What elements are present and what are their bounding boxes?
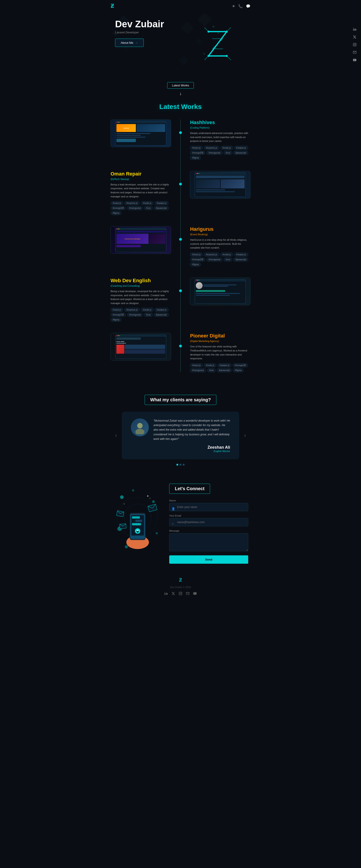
name-input[interactable] (169, 503, 248, 511)
tag: #swiper.js (155, 308, 169, 312)
testimonial-avatar (131, 418, 149, 436)
tag: #swiper.js (234, 253, 248, 256)
tag: #figma (190, 262, 201, 267)
hero-title: Dev Zubair (115, 19, 246, 29)
svg-point-36 (147, 495, 148, 497)
nav-logo: Ƶ (111, 3, 114, 9)
oman-repair-image (183, 171, 250, 198)
nav-icons: ☀ 📞 💬 (232, 4, 250, 8)
svg-rect-27 (132, 516, 140, 519)
footer-social (111, 592, 250, 596)
svg-point-21 (125, 545, 128, 548)
footer-email-icon[interactable] (186, 592, 189, 596)
web-dev-english-desc: Being a lead developer, revamped the sit… (111, 289, 171, 305)
tag: #mongoDB (190, 257, 205, 261)
svg-point-14 (136, 429, 144, 434)
dot-2[interactable] (180, 464, 181, 466)
footer: Ƶ Dev Zubair © 2024 (106, 573, 255, 600)
tag: #express.js (124, 308, 140, 312)
footer-linkedin-icon[interactable] (164, 592, 168, 596)
web-dev-english-image (183, 278, 250, 305)
timeline: JavaScript Hashhives (Co (106, 120, 255, 372)
svg-point-18 (152, 500, 155, 503)
latest-works-pill[interactable]: Latest Works (167, 82, 194, 89)
pioneer-digital-content: Pioneer Digital (Digital Marketing Agenc… (183, 333, 250, 372)
tag: #mongoose (206, 257, 222, 261)
tag: #swiper.js (217, 363, 232, 367)
timeline-item-pioneer-digital: Pioneer digitalmarketing agency (111, 333, 250, 372)
harigurus-category: (Event Booking) (190, 233, 250, 236)
tag: #mongoose (206, 151, 222, 155)
top-nav: Ƶ ☀ 📞 💬 (106, 0, 255, 12)
chat-icon[interactable]: 💬 (246, 4, 250, 8)
user-icon: 👤 (172, 507, 175, 510)
tag: #figma (111, 211, 121, 215)
svg-rect-30 (148, 504, 157, 512)
testimonial-next-button[interactable]: › (244, 432, 246, 438)
tag: #figma (111, 318, 121, 322)
svg-line-11 (204, 56, 209, 60)
tag: #node.js (204, 363, 216, 367)
svg-point-37 (150, 498, 150, 499)
email-input-wrap: ✉ (169, 518, 248, 529)
tag: #javascript (233, 257, 248, 261)
email-label: Your Email (169, 514, 248, 517)
footer-instagram-icon[interactable] (179, 592, 182, 596)
svg-rect-29 (132, 523, 141, 525)
svg-rect-40 (179, 592, 182, 595)
email-input[interactable] (169, 518, 248, 526)
phone-icon[interactable]: 📞 (238, 4, 243, 8)
oman-repair-content: Oman Repair (EdTech Startup) Being a lea… (111, 171, 178, 215)
timeline-item-web-dev-english: Web Dev English (Coaching and Consulting… (111, 278, 250, 322)
scroll-down-arrow: ↓ (106, 91, 255, 96)
footer-youtube-icon[interactable] (193, 592, 197, 596)
tag: #node.js (141, 201, 153, 205)
pioneer-digital-desc: One of the featured site while working w… (190, 345, 250, 361)
tag: #figma (190, 156, 201, 160)
connect-heading: Let's Connect (169, 484, 210, 494)
hashhives-image: JavaScript (111, 120, 178, 147)
tag: #swiper.js (155, 201, 169, 205)
dot-1[interactable] (176, 464, 178, 466)
svg-rect-28 (136, 520, 142, 522)
dot-3[interactable] (183, 464, 185, 466)
testimonial-text-block: "Muhammad Zubair was a wonderful develop… (153, 418, 230, 453)
message-textarea[interactable] (169, 533, 248, 551)
oman-repair-category: (EdTech Startup) (111, 178, 171, 181)
tag: #react.js (111, 308, 123, 312)
tag: #node.js (141, 308, 153, 312)
svg-point-41 (180, 593, 181, 594)
name-input-wrap: 👤 (169, 503, 248, 514)
timeline-item-harigurus: Consult your Astrologer Harigurus (Event… (111, 226, 250, 267)
testimonial-quote: "Muhammad Zubair was a wonderful develop… (153, 418, 230, 441)
latest-works-btn-wrap: Latest Works (106, 82, 255, 89)
testimonial-prev-button[interactable]: ‹ (115, 432, 117, 438)
send-button[interactable]: Send (169, 555, 248, 564)
sun-icon[interactable]: ☀ (232, 4, 235, 8)
latest-works-heading: Latest Works (106, 103, 255, 111)
footer-logo: Ƶ (111, 577, 250, 583)
oman-repair-desc: Being a lead developer, revamped the sit… (111, 183, 171, 198)
footer-copyright: Dev Zubair © 2024 (111, 586, 250, 589)
hero-subtitle: Laravel Developer (115, 31, 246, 34)
testimonials-section: What my clients are saying? ‹ "Muhammad … (106, 386, 255, 474)
harigurus-content: Harigurus (Event Booking) HariGurus is a… (183, 226, 250, 267)
testimonial-content: "Muhammad Zubair was a wonderful develop… (131, 418, 230, 453)
tag: #javascript (154, 313, 169, 317)
hero-section: Dev Zubair Laravel Developer About Me (106, 12, 255, 75)
pioneer-digital-tags: #react.js #node.js #swiper.js #mongoDB #… (190, 363, 250, 372)
hashhives-category: (Coding Platform) (190, 126, 250, 129)
tag: #css (144, 206, 153, 210)
footer-twitter-icon[interactable] (172, 592, 175, 596)
tag: #javascript (154, 206, 169, 210)
tag: #react.js (190, 363, 203, 367)
pioneer-digital-category: (Digital Marketing Agency) (190, 340, 250, 342)
connect-form: Let's Connect Name 👤 Your Email ✉ Messag… (169, 484, 248, 564)
tag: #node.js (220, 146, 233, 150)
svg-point-20 (156, 532, 158, 534)
about-me-button[interactable]: About Me (115, 38, 144, 47)
oman-repair-title: Oman Repair (111, 171, 171, 177)
web-dev-english-tags: #react.js #express.js #node.js #swiper.j… (111, 308, 171, 322)
timeline-item-oman-repair: Oman Repair (EdTech Startup) Being a lea… (111, 171, 250, 215)
testimonial-card: "Muhammad Zubair was a wonderful develop… (122, 412, 239, 459)
